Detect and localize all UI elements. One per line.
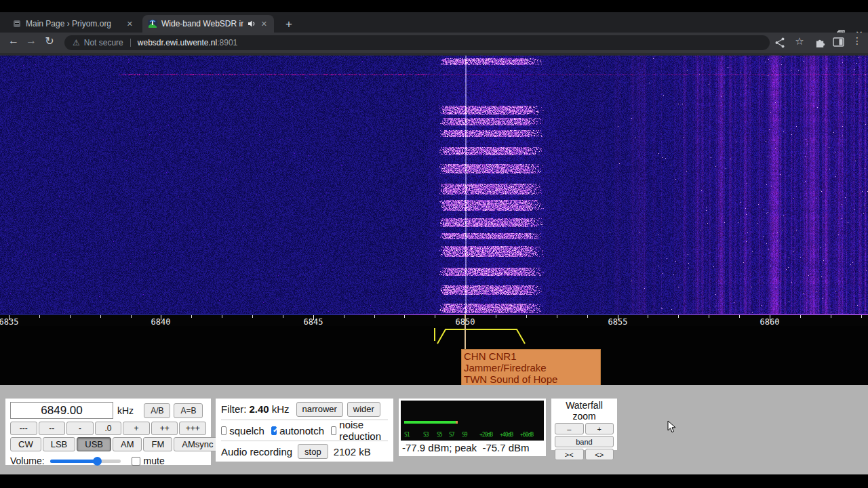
- address-port: :8901: [217, 38, 237, 47]
- mode-cw-button[interactable]: CW: [10, 437, 41, 451]
- smeter-screen: S1S3S5S7S9+20dB+40dB+60dB: [401, 401, 544, 441]
- frequency-unit-label: kHz: [117, 405, 134, 416]
- not-secure-label: Not secure: [84, 38, 123, 47]
- forward-icon[interactable]: →: [23, 35, 39, 47]
- waterfall-canvas[interactable]: [0, 56, 868, 314]
- recording-stop-button[interactable]: stop: [298, 444, 328, 459]
- tab-close-icon[interactable]: ✕: [260, 20, 269, 28]
- minor-tick: [344, 315, 344, 318]
- address-host: websdr.ewi.utwente.nl: [138, 38, 217, 47]
- tab-close-icon[interactable]: ✕: [125, 20, 134, 28]
- tick-label: 6845: [304, 317, 323, 327]
- step-up-3-button[interactable]: +++: [179, 422, 206, 435]
- tab-priyom[interactable]: Main Page › Priyom.org ✕: [7, 15, 140, 33]
- ab-swap-button[interactable]: A/B: [144, 403, 170, 418]
- step-up-2-button[interactable]: ++: [151, 422, 178, 435]
- minor-tick: [70, 315, 71, 318]
- station-marker-line: [465, 314, 466, 349]
- priyom-favicon: [12, 19, 22, 28]
- minor-tick: [557, 315, 557, 318]
- minor-tick: [39, 315, 40, 318]
- minor-tick: [435, 315, 435, 318]
- extensions-puzzle-icon[interactable]: [814, 37, 826, 48]
- step-round-button[interactable]: .0: [95, 422, 122, 435]
- station-label[interactable]: CHN CNR1 Jammer/Firedrake TWN Sound of H…: [461, 349, 601, 386]
- smeter-scale-label: S7: [449, 432, 454, 438]
- waterfall-edge-strip: [0, 314, 868, 315]
- browser-tab-strip: Main Page › Priyom.org ✕ Wide-band WebSD…: [0, 12, 868, 33]
- smeter-bar-peak: [456, 421, 458, 424]
- frequency-scale[interactable]: 683568406845685068556860: [0, 314, 868, 326]
- noise-reduction-label: noise reduction: [339, 419, 381, 442]
- mouse-cursor: [667, 420, 677, 434]
- minor-tick: [709, 315, 709, 318]
- wider-button[interactable]: wider: [347, 402, 380, 417]
- narrower-button[interactable]: narrower: [296, 402, 343, 417]
- smeter-scale-label: S3: [423, 432, 429, 438]
- browser-menu-icon[interactable]: ⋮: [849, 35, 865, 46]
- minor-tick: [131, 315, 132, 318]
- passband-indicator[interactable]: [0, 326, 868, 353]
- filter-panel: Filter: 2.40 kHz narrower wider squelch …: [216, 399, 393, 462]
- bookmark-star-icon[interactable]: ☆: [791, 35, 808, 47]
- minor-tick: [404, 315, 405, 318]
- tab-title: Main Page › Priyom.org: [26, 19, 121, 28]
- mode-am-button[interactable]: AM: [113, 437, 142, 451]
- minor-tick: [678, 315, 679, 318]
- step-down-2-button[interactable]: --: [39, 422, 66, 435]
- ab-copy-button[interactable]: A=B: [174, 403, 203, 418]
- minor-tick: [861, 315, 862, 318]
- noise-reduction-checkbox[interactable]: [331, 426, 336, 435]
- address-bar[interactable]: ⚠ Not secure websdr.ewi.utwente.nl :8901: [64, 35, 770, 50]
- frequency-input[interactable]: [10, 402, 113, 419]
- minor-tick: [100, 315, 101, 318]
- waterfall-band-button[interactable]: band: [555, 436, 614, 447]
- share-icon[interactable]: [774, 37, 786, 49]
- waterfall-wide-view-button[interactable]: <>: [585, 449, 614, 460]
- squelch-checkbox[interactable]: [221, 426, 226, 435]
- smeter-scale-label: S5: [437, 432, 442, 438]
- minor-tick: [496, 315, 496, 318]
- minor-tick: [191, 315, 192, 318]
- step-up-1-button[interactable]: +: [123, 422, 150, 435]
- smeter-scale-label: S9: [462, 432, 467, 438]
- mode-lsb-button[interactable]: LSB: [43, 437, 76, 451]
- smeter-scale-label: +40dB: [500, 432, 513, 438]
- waterfall-zoom-out-button[interactable]: –: [555, 423, 584, 434]
- mode-fm-button[interactable]: FM: [143, 437, 172, 451]
- signal-strength-reading: -77.9 dBm; peak -75.7 dBm: [402, 442, 530, 453]
- volume-slider-thumb[interactable]: [93, 457, 102, 466]
- smeter-scale-label: S1: [404, 432, 410, 438]
- new-tab-button[interactable]: +: [282, 18, 296, 31]
- receiver-panel: kHz A/B A=B --- -- - .0 + ++ +++ CW LSB …: [5, 399, 211, 465]
- tick-label: 6855: [608, 317, 628, 327]
- station-label-line2: TWN Sound of Hope: [464, 373, 598, 385]
- volume-label: Volume:: [10, 455, 45, 466]
- audio-recording-label: Audio recording: [221, 446, 292, 458]
- mute-checkbox[interactable]: [132, 457, 140, 466]
- step-down-1-button[interactable]: -: [66, 422, 94, 435]
- minor-tick: [222, 315, 222, 318]
- reload-icon[interactable]: ↻: [41, 35, 58, 47]
- mode-amsync-button[interactable]: AMsync: [174, 437, 221, 451]
- tab-websdr[interactable]: Wide-band WebSDR in Ensch ✕: [142, 15, 274, 33]
- step-down-3-button[interactable]: ---: [10, 422, 37, 435]
- back-icon[interactable]: ←: [5, 35, 22, 47]
- side-panel-icon[interactable]: [833, 37, 844, 47]
- waterfall-narrow-view-button[interactable]: ><: [555, 449, 584, 460]
- address-divider: [130, 39, 131, 47]
- tab-audio-icon[interactable]: [248, 20, 256, 28]
- autonotch-checkbox[interactable]: [271, 426, 277, 435]
- mode-usb-button[interactable]: USB: [77, 437, 111, 451]
- squelch-label: squelch: [229, 425, 264, 436]
- letterbox-bottom: [0, 474, 868, 488]
- minor-tick: [374, 315, 375, 318]
- filter-unit: kHz: [272, 403, 290, 415]
- websdr-favicon: [148, 19, 157, 28]
- smeter-bar: [404, 421, 456, 424]
- letterbox-top: [0, 0, 868, 12]
- minor-tick: [587, 315, 588, 318]
- signal-meter-panel: S1S3S5S7S9+20dB+40dB+60dB -77.9 dBm; pea…: [399, 399, 546, 456]
- volume-slider[interactable]: [50, 457, 121, 465]
- waterfall-zoom-in-button[interactable]: +: [585, 423, 614, 434]
